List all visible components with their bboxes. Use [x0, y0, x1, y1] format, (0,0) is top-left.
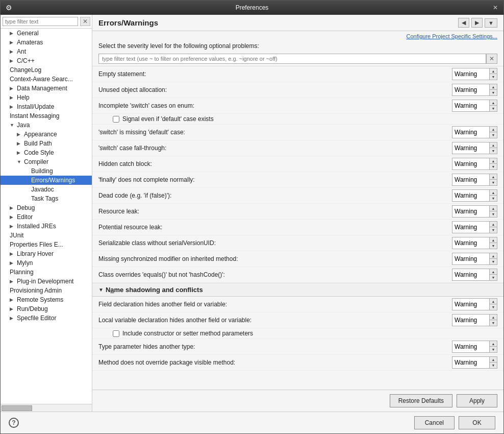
pref-select[interactable]: IgnoreWarningError [452, 175, 489, 184]
sidebar-item-help[interactable]: ▶Help [1, 93, 92, 102]
pref-select[interactable]: IgnoreWarningError [452, 270, 489, 279]
sidebar-item-planning[interactable]: Planning [1, 268, 92, 277]
sidebar-item-mylyn[interactable]: ▶Mylyn [1, 258, 92, 268]
spinner-down[interactable]: ▼ [490, 132, 497, 138]
sidebar-item-general[interactable]: ▶General [1, 29, 92, 38]
spinner-up[interactable]: ▲ [490, 299, 497, 304]
pref-select[interactable]: IgnoreWarningError [452, 69, 489, 79]
spinner-down[interactable]: ▼ [490, 243, 497, 249]
content-filter-input[interactable] [98, 54, 486, 64]
pref-select[interactable]: IgnoreWarningError [452, 207, 489, 216]
spinner-up[interactable]: ▲ [490, 158, 497, 164]
spinner-up[interactable]: ▲ [490, 84, 497, 90]
sidebar-item-specfile-editor[interactable]: ▶Specfile Editor [1, 314, 92, 323]
spinner-up[interactable]: ▲ [490, 341, 497, 347]
sidebar-item-install-update[interactable]: ▶Install/Update [1, 102, 92, 111]
pref-select[interactable]: IgnoreWarningError [452, 143, 489, 153]
sidebar-item-editor[interactable]: ▶Editor [1, 212, 92, 222]
filter-input[interactable] [3, 17, 78, 26]
ok-button[interactable]: OK [459, 416, 495, 429]
sidebar-item-junit[interactable]: JUnit [1, 231, 92, 240]
pref-select[interactable]: IgnoreWarningError [452, 238, 489, 248]
spinner-up[interactable]: ▲ [490, 174, 497, 180]
pref-select[interactable]: IgnoreWarningError [452, 223, 489, 232]
pref-select[interactable]: IgnoreWarningError [452, 159, 489, 168]
sidebar-item-errors-warnings[interactable]: Errors/Warnings [1, 176, 92, 185]
spinner-up[interactable]: ▲ [490, 315, 497, 320]
dropdown-button[interactable]: ▼ [485, 18, 497, 28]
sidebar-item-context-aware[interactable]: Context-Aware Searc... [1, 75, 92, 84]
spinner-down[interactable]: ▼ [490, 180, 497, 185]
spinner-up[interactable]: ▲ [490, 357, 497, 363]
sidebar-item-java[interactable]: ▼Java [1, 120, 92, 130]
section-header-name-shadowing[interactable]: ▼Name shadowing and conflicts [92, 283, 503, 297]
spinner-up[interactable]: ▲ [490, 253, 497, 259]
spinner-up[interactable]: ▲ [490, 190, 497, 196]
spinner-up[interactable]: ▲ [490, 206, 497, 211]
spinner-down[interactable]: ▼ [490, 347, 497, 352]
spinner-down[interactable]: ▼ [490, 211, 497, 217]
spinner-up[interactable]: ▲ [490, 68, 497, 74]
configure-link[interactable]: Configure Project Specific Settings... [92, 31, 503, 40]
content-filter-clear[interactable]: ✕ [486, 54, 497, 64]
checkbox-input[interactable] [113, 116, 119, 123]
spinner-up[interactable]: ▲ [490, 127, 497, 132]
spinner-up[interactable]: ▲ [490, 100, 497, 106]
spinner-down[interactable]: ▼ [490, 196, 497, 201]
checkbox-input[interactable] [113, 330, 119, 337]
sidebar-item-debug[interactable]: ▶Debug [1, 203, 92, 212]
pref-select[interactable]: IgnoreWarningError [452, 300, 489, 309]
pref-select[interactable]: IgnoreWarningError [452, 316, 489, 325]
sidebar-item-compiler[interactable]: ▼Compiler [1, 157, 92, 166]
sidebar-item-amateras[interactable]: ▶Amateras [1, 38, 92, 47]
filter-clear-button[interactable]: ✕ [80, 17, 90, 26]
sidebar-item-data-mgmt[interactable]: ▶Data Management [1, 84, 92, 93]
spinner-up[interactable]: ▲ [490, 142, 497, 148]
horizontal-scrollbar[interactable] [1, 404, 92, 412]
spinner-up[interactable]: ▲ [490, 269, 497, 275]
spinner-down[interactable]: ▼ [490, 90, 497, 95]
pref-select[interactable]: IgnoreWarningError [452, 85, 489, 94]
help-button[interactable]: ? [9, 418, 19, 428]
pref-select[interactable]: IgnoreWarningError [452, 128, 489, 137]
spinner-down[interactable]: ▼ [490, 363, 497, 368]
sidebar-item-run-debug[interactable]: ▶Run/Debug [1, 304, 92, 314]
sidebar-item-library-hover[interactable]: ▶Library Hover [1, 249, 92, 258]
close-button[interactable]: ✕ [491, 4, 499, 12]
sidebar-item-changelog[interactable]: ChangeLog [1, 65, 92, 75]
spinner-down[interactable]: ▼ [490, 259, 497, 264]
spinner-down[interactable]: ▼ [490, 164, 497, 170]
sidebar-item-building[interactable]: Building [1, 166, 92, 176]
pref-select[interactable]: IgnoreWarningError [452, 358, 489, 367]
back-button[interactable]: ◀ [458, 18, 469, 28]
sidebar-item-instant-msg[interactable]: Instant Messaging [1, 111, 92, 120]
forward-button[interactable]: ▶ [471, 18, 483, 28]
spinner-down[interactable]: ▼ [490, 74, 497, 80]
sidebar-item-plugin-dev[interactable]: ▶Plug-in Development [1, 277, 92, 286]
sidebar-item-remote-systems[interactable]: ▶Remote Systems [1, 295, 92, 304]
restore-defaults-button[interactable]: Restore Defaults [390, 394, 452, 407]
h-scroll-thumb[interactable] [2, 405, 32, 411]
cancel-button[interactable]: Cancel [414, 416, 455, 429]
sidebar-item-javadoc[interactable]: Javadoc [1, 185, 92, 194]
pref-select[interactable]: IgnoreWarningError [452, 191, 489, 200]
spinner-down[interactable]: ▼ [490, 227, 497, 233]
spinner-down[interactable]: ▼ [490, 275, 497, 280]
sidebar-item-build-path[interactable]: ▶Build Path [1, 139, 92, 148]
spinner-down[interactable]: ▼ [490, 106, 497, 111]
spinner-down[interactable]: ▼ [490, 320, 497, 326]
sidebar-item-ant[interactable]: ▶Ant [1, 47, 92, 56]
pref-select[interactable]: IgnoreWarningError [452, 254, 489, 263]
sidebar-item-appearance[interactable]: ▶Appearance [1, 130, 92, 139]
spinner-down[interactable]: ▼ [490, 304, 497, 310]
sidebar-item-cpp[interactable]: ▶C/C++ [1, 56, 92, 65]
sidebar-item-code-style[interactable]: ▶Code Style [1, 148, 92, 157]
sidebar-item-installed-jres[interactable]: ▶Installed JREs [1, 222, 92, 231]
sidebar-item-prov-admin[interactable]: Provisioning Admin [1, 286, 92, 295]
apply-button[interactable]: Apply [457, 394, 497, 407]
spinner-up[interactable]: ▲ [490, 237, 497, 243]
pref-select[interactable]: IgnoreWarningError [452, 342, 489, 351]
sidebar-item-props-files[interactable]: Properties Files E... [1, 240, 92, 249]
spinner-up[interactable]: ▲ [490, 222, 497, 227]
pref-select[interactable]: IgnoreWarningError [452, 101, 489, 110]
